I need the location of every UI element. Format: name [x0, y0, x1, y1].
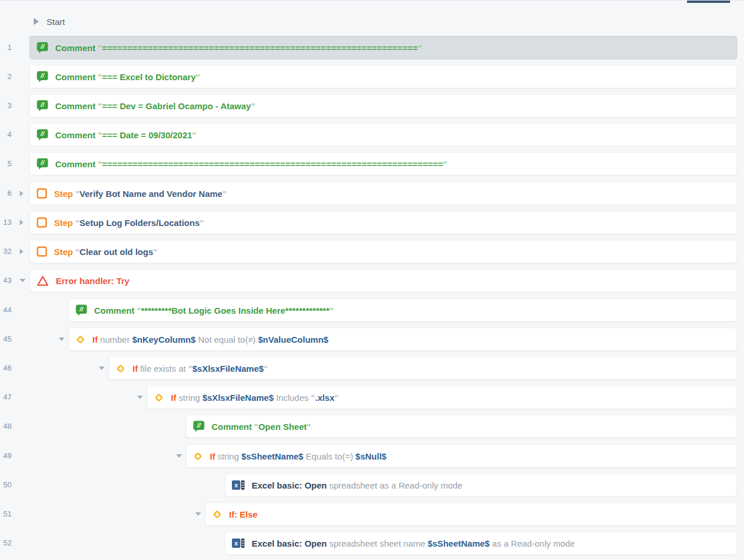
row-text-segment: $sXlsxFileName$: [202, 393, 274, 403]
row-text-segment: Comment: [55, 159, 95, 169]
comment-icon: //: [37, 158, 48, 170]
row-text-segment: Comment: [55, 101, 95, 111]
step-row[interactable]: Step "Setup Log Folders/Locations": [30, 211, 737, 234]
collapse-chevron[interactable]: [137, 396, 143, 399]
row-text-segment: ": [418, 43, 422, 53]
if-row[interactable]: If string $sXlsxFileName$ Includes ".xls…: [147, 386, 737, 409]
excel-icon: x: [232, 480, 245, 490]
collapse-chevron[interactable]: [195, 512, 201, 516]
collapse-chevron[interactable]: [20, 279, 26, 282]
if-row[interactable]: If string $sSheetName$ Equals to(=) $sNu…: [186, 444, 737, 468]
row-text-segment: ========================================…: [102, 43, 417, 53]
row-text-segment: Comment: [212, 422, 252, 432]
svg-text://: //: [79, 306, 84, 313]
row-text-segment: ": [199, 218, 203, 228]
svg-text://: //: [196, 422, 201, 429]
line-number: 48: [0, 415, 12, 438]
excel-row[interactable]: xExcel basic: Open spreadsheet as a Read…: [225, 473, 737, 497]
comment-row[interactable]: //Comment "=== Excel to Dictonary": [30, 65, 737, 88]
line-number: 45: [0, 328, 12, 351]
svg-text:x: x: [234, 482, 238, 489]
flow-editor-canvas: Start 1//Comment "======================…: [0, 0, 744, 560]
row-text-segment: string: [215, 451, 241, 461]
row-text-segment: ": [264, 364, 268, 374]
collapse-chevron[interactable]: [99, 367, 105, 370]
svg-text://: //: [40, 101, 45, 108]
row-text-segment: Step: [54, 189, 73, 199]
if-row[interactable]: If number $nKeyColumn$ Not equal to(≠) $…: [69, 328, 737, 351]
step-row[interactable]: Step "Clear out old logs": [30, 240, 737, 263]
row-text-segment: Step: [54, 218, 73, 228]
row-text-segment: Includes: [274, 393, 311, 403]
play-icon: [34, 18, 39, 25]
step-icon: [37, 246, 47, 257]
comment-row[interactable]: //Comment "=============================…: [30, 36, 737, 59]
row-text-segment: ": [73, 189, 80, 199]
error-row[interactable]: Error handler: Try: [30, 269, 737, 292]
collapse-chevron[interactable]: [176, 454, 182, 458]
line-number: 2: [0, 65, 12, 88]
row-text-segment: ": [95, 101, 102, 111]
row-text-segment: Step: [54, 247, 73, 257]
if-row[interactable]: If: Else: [205, 502, 737, 526]
comment-icon: //: [37, 100, 48, 112]
comment-row[interactable]: //Comment "*********Bot Logic Goes Insid…: [69, 299, 737, 322]
row-text-segment: $nValueColumn$: [258, 335, 328, 344]
row-text-segment: ": [443, 159, 447, 169]
if-row[interactable]: If file exists at "$sXlsxFileName$": [109, 357, 737, 380]
line-number: 6: [0, 182, 12, 205]
line-number: 1: [0, 36, 12, 59]
row-text-segment: ": [251, 101, 255, 111]
row-text-segment: Open Sheet: [258, 422, 306, 432]
row-text-segment: ": [252, 422, 258, 432]
row-text-segment: ": [95, 159, 102, 169]
start-node[interactable]: Start: [0, 12, 65, 31]
row-text-segment: ": [134, 306, 141, 315]
row-text-segment: Error handler: Try: [56, 276, 130, 286]
row-text-segment: $nKeyColumn$: [132, 335, 195, 344]
comment-icon: //: [37, 71, 48, 82]
row-text-segment: $sXlsxFileName$: [192, 364, 264, 374]
row-text-segment: Setup Log Folders/Locations: [80, 218, 200, 228]
line-number: 51: [0, 502, 12, 526]
row-text-segment: ": [223, 189, 227, 199]
expand-chevron[interactable]: [20, 249, 23, 254]
step-icon: [37, 217, 47, 228]
excel-row[interactable]: xExcel basic: Open spreadsheet sheet nam…: [225, 532, 737, 555]
row-text-segment: ": [307, 422, 311, 432]
row-text-segment: ": [196, 72, 200, 82]
row-text-segment: Excel basic: Open: [252, 539, 327, 548]
row-text-segment: ": [153, 247, 157, 257]
row-text-segment: === Excel to Dictonary: [102, 72, 195, 82]
row-text-segment: *********Bot Logic Goes Inside Here*****…: [141, 306, 329, 315]
expand-chevron[interactable]: [20, 191, 23, 196]
top-edge-element: [687, 1, 730, 3]
if-icon: [193, 451, 203, 461]
expand-chevron[interactable]: [20, 220, 23, 225]
line-number: 13: [0, 211, 12, 234]
comment-row[interactable]: //Comment "=== Date = 09/30/2021": [30, 123, 737, 146]
row-text-segment: string: [176, 393, 202, 403]
row-text-segment: If: [210, 451, 215, 461]
svg-text://: //: [40, 72, 45, 79]
row-text-segment: === Date = 09/30/2021: [102, 130, 192, 140]
collapse-chevron[interactable]: [59, 338, 65, 341]
comment-icon: //: [37, 42, 48, 53]
excel-icon: x: [232, 538, 245, 548]
comment-icon: //: [193, 421, 205, 432]
row-text-segment: ": [330, 306, 334, 315]
row-text-segment: Comment: [55, 72, 95, 82]
line-number: 47: [0, 386, 12, 409]
line-number: 49: [0, 444, 12, 468]
comment-row[interactable]: //Comment "Open Sheet": [186, 415, 737, 438]
line-number: 46: [0, 357, 12, 380]
comment-row[interactable]: //Comment "=============================…: [30, 152, 737, 175]
line-number: 32: [0, 240, 12, 263]
comment-row[interactable]: //Comment "=== Dev = Gabriel Ocampo - At…: [30, 94, 737, 117]
row-text-segment: ========================================…: [102, 159, 443, 169]
row-text-segment: If: [92, 335, 98, 344]
step-row[interactable]: Step "Verify Bot Name and Vendor Name": [30, 182, 737, 205]
row-text-segment: === Dev = Gabriel Ocampo - Ataway: [102, 101, 251, 111]
row-text-segment: $sSheetName$: [241, 451, 303, 461]
row-text-segment: ": [192, 130, 196, 140]
